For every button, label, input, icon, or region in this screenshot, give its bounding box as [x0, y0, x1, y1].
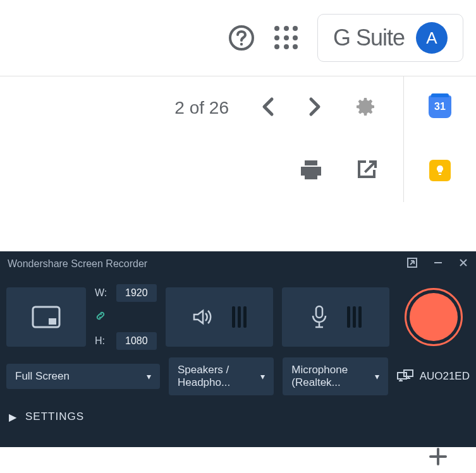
dimensions: W: 1920 H: 1080: [95, 284, 157, 350]
link-dimensions-icon[interactable]: [95, 310, 157, 324]
svg-point-1: [240, 43, 243, 45]
height-row: H: 1080: [95, 332, 157, 350]
minimize-icon[interactable]: [433, 258, 443, 270]
popout-icon[interactable]: [406, 257, 418, 271]
record-button[interactable]: [405, 288, 463, 346]
recorder-title: Wondershare Screen Recorder: [8, 258, 147, 270]
expand-arrow-icon: ▶: [9, 411, 16, 423]
screen-mode-dropdown[interactable]: Full Screen ▾: [6, 364, 160, 389]
gsuite-label: G Suite: [333, 25, 405, 51]
microphone-panel[interactable]: [282, 287, 389, 347]
recorder-titlebar: Wondershare Screen Recorder: [0, 251, 476, 277]
width-value[interactable]: 1920: [116, 284, 157, 302]
keep-icon[interactable]: [429, 159, 451, 182]
apps-menu-icon[interactable]: [274, 26, 298, 50]
settings-label: SETTINGS: [25, 410, 84, 423]
gmail-actions: [0, 139, 476, 202]
titlebar-controls: [406, 257, 468, 271]
avatar[interactable]: A: [416, 22, 448, 54]
print-icon[interactable]: [298, 157, 324, 184]
system-audio-panel[interactable]: [166, 287, 273, 347]
calendar-icon[interactable]: 31: [429, 95, 451, 118]
settings-toggle[interactable]: ▶ SETTINGS: [0, 395, 476, 438]
right-sidebar-2: [403, 139, 476, 202]
mic-device-dropdown[interactable]: Microphone (Realtek... ▾: [283, 357, 388, 395]
monitors-icon: [397, 369, 413, 383]
height-value[interactable]: 1080: [116, 332, 157, 350]
screen-mode-value: Full Screen: [15, 370, 70, 383]
pager-text: 2 of 26: [174, 98, 229, 118]
help-icon[interactable]: [228, 24, 255, 52]
audio-level-bars: [232, 306, 247, 328]
prev-button[interactable]: [260, 97, 276, 119]
recorder-dropdowns: Full Screen ▾ Speakers / Headpho... ▾ Mi…: [0, 357, 476, 395]
right-sidebar: 31: [403, 76, 476, 139]
recorder-controls: W: 1920 H: 1080: [0, 277, 476, 357]
close-icon[interactable]: [458, 258, 468, 270]
gmail-header: G Suite A: [0, 0, 476, 76]
chevron-down-icon: ▾: [147, 371, 151, 381]
svg-rect-5: [49, 318, 56, 325]
chevron-down-icon: ▾: [260, 371, 265, 381]
screen-recorder-window: Wondershare Screen Recorder W: 1920: [0, 251, 476, 447]
speaker-icon: [192, 306, 214, 328]
record-button-inner: [410, 293, 458, 341]
actions-main: [0, 139, 403, 202]
settings-gear-icon[interactable]: [354, 95, 378, 121]
open-external-icon[interactable]: [355, 158, 378, 183]
svg-rect-6: [316, 306, 322, 318]
microphone-icon: [309, 304, 329, 330]
gmail-toolbar: 2 of 26 31: [0, 76, 476, 139]
chevron-down-icon: ▾: [375, 371, 379, 381]
next-button[interactable]: [307, 97, 322, 119]
audio-device-value: Speakers / Headpho...: [178, 364, 260, 389]
width-row: W: 1920: [95, 284, 157, 302]
mic-device-value: Microphone (Realtek...: [291, 364, 374, 389]
audio-device-dropdown[interactable]: Speakers / Headpho... ▾: [169, 357, 274, 395]
display-device-value: AUO21ED: [420, 370, 470, 383]
height-label: H:: [95, 335, 111, 347]
display-device-selector[interactable]: AUO21ED: [397, 369, 470, 383]
width-label: W:: [95, 287, 111, 299]
mic-level-bars: [347, 306, 362, 328]
add-button[interactable]: [425, 444, 451, 469]
gsuite-badge[interactable]: G Suite A: [317, 14, 463, 62]
toolbar-main: 2 of 26: [0, 76, 403, 139]
screen-area-panel[interactable]: [6, 287, 86, 347]
